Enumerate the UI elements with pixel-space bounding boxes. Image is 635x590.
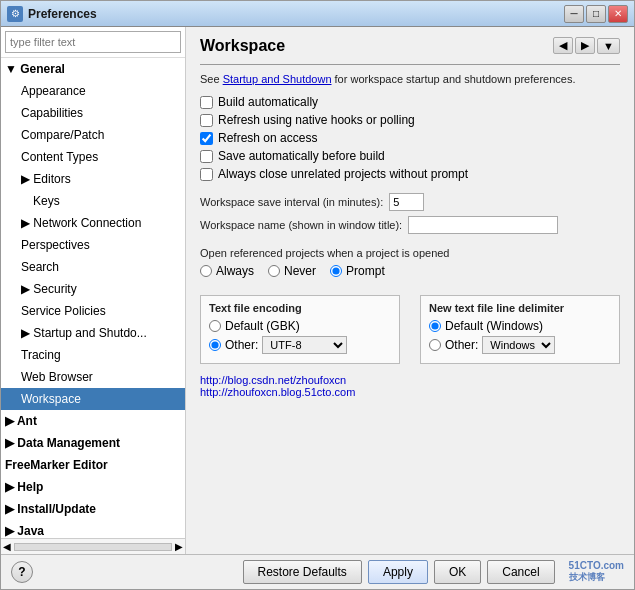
tree-item-search[interactable]: Search bbox=[1, 256, 185, 278]
watermark: 51CTO.com技术博客 bbox=[569, 560, 624, 584]
radio-default-gbk-input[interactable] bbox=[209, 320, 221, 332]
checkbox-build-auto-input[interactable] bbox=[200, 96, 213, 109]
encoding-title: Text file encoding bbox=[209, 302, 391, 314]
encoding-dropdown[interactable]: UTF-8 UTF-16 ISO-8859-1 bbox=[262, 336, 347, 354]
tree-item-capabilities[interactable]: Capabilities bbox=[1, 102, 185, 124]
checkbox-refresh-native-input[interactable] bbox=[200, 114, 213, 127]
nav-bar: ◀ ▶ ▼ bbox=[553, 37, 620, 54]
tree-item-freemarker-editor[interactable]: FreeMarker Editor bbox=[1, 454, 185, 476]
scroll-right-btn[interactable]: ▶ bbox=[175, 541, 183, 552]
bottom-bar: ? Restore Defaults Apply OK Cancel 51CTO… bbox=[1, 554, 634, 589]
content-area: ▼ General Appearance Capabilities Compar… bbox=[1, 27, 634, 554]
checkbox-save-auto: Save automatically before build bbox=[200, 149, 620, 163]
radio-prompt-input[interactable] bbox=[330, 265, 342, 277]
checkbox-close-unrelated-input[interactable] bbox=[200, 168, 213, 181]
title-buttons: ─ □ ✕ bbox=[564, 5, 628, 23]
save-interval-input[interactable] bbox=[389, 193, 424, 211]
radio-always-input[interactable] bbox=[200, 265, 212, 277]
tree-item-security[interactable]: ▶ Security bbox=[1, 278, 185, 300]
checkbox-refresh-access: Refresh on access bbox=[200, 131, 620, 145]
filter-input[interactable] bbox=[5, 31, 181, 53]
section-title: Workspace bbox=[200, 37, 285, 55]
link-51cto[interactable]: http://zhoufoxcn.blog.51cto.com bbox=[200, 386, 620, 398]
arrow-right-icon: ▶ bbox=[21, 172, 30, 186]
tree-item-web-browser[interactable]: Web Browser bbox=[1, 366, 185, 388]
close-button[interactable]: ✕ bbox=[608, 5, 628, 23]
bottom-left: ? bbox=[11, 561, 33, 583]
ok-button[interactable]: OK bbox=[434, 560, 481, 584]
radio-default-windows-input[interactable] bbox=[429, 320, 441, 332]
workspace-name-input[interactable] bbox=[408, 216, 558, 234]
cancel-button[interactable]: Cancel bbox=[487, 560, 554, 584]
radio-always-label: Always bbox=[216, 264, 254, 278]
workspace-name-label: Workspace name (shown in window title): bbox=[200, 219, 402, 231]
radio-other-delim: Other: Windows Unix Mac bbox=[429, 336, 611, 354]
tree-item-java[interactable]: ▶ Java bbox=[1, 520, 185, 538]
radio-prompt: Prompt bbox=[330, 264, 385, 278]
tree-item-help[interactable]: ▶ Help bbox=[1, 476, 185, 498]
checkbox-build-auto-label: Build automatically bbox=[218, 95, 318, 109]
tree-item-network-connection[interactable]: ▶ Network Connection bbox=[1, 212, 161, 234]
title-bar: ⚙ Preferences ─ □ ✕ bbox=[1, 1, 634, 27]
nav-dropdown-button[interactable]: ▼ bbox=[597, 38, 620, 54]
checkbox-refresh-native-label: Refresh using native hooks or polling bbox=[218, 113, 415, 127]
checkbox-build-auto: Build automatically bbox=[200, 95, 620, 109]
tree-item-editors[interactable]: ▶ Editors bbox=[1, 168, 185, 190]
save-interval-label: Workspace save interval (in minutes): bbox=[200, 196, 383, 208]
checkbox-close-unrelated-label: Always close unrelated projects without … bbox=[218, 167, 468, 181]
tree-item-tracing[interactable]: Tracing bbox=[1, 344, 185, 366]
tree-item-install-update[interactable]: ▶ Install/Update bbox=[1, 498, 185, 520]
maximize-button[interactable]: □ bbox=[586, 5, 606, 23]
checkbox-refresh-native: Refresh using native hooks or polling bbox=[200, 113, 620, 127]
nav-back-button[interactable]: ◀ bbox=[553, 37, 573, 54]
links-section: http://blog.csdn.net/zhoufoxcn http://zh… bbox=[200, 374, 620, 398]
scroll-left-btn[interactable]: ◀ bbox=[3, 541, 11, 552]
tree-scrollbar[interactable]: ◀ ▶ bbox=[1, 538, 185, 554]
window-title: Preferences bbox=[28, 7, 564, 21]
restore-defaults-button[interactable]: Restore Defaults bbox=[243, 560, 362, 584]
link-csdn[interactable]: http://blog.csdn.net/zhoufoxcn bbox=[200, 374, 620, 386]
radio-other-utf8-input[interactable] bbox=[209, 339, 221, 351]
tree-item-ant[interactable]: ▶ Ant bbox=[1, 410, 185, 432]
tree-item-workspace[interactable]: Workspace bbox=[1, 388, 185, 410]
minimize-button[interactable]: ─ bbox=[564, 5, 584, 23]
tree-item-keys[interactable]: Keys bbox=[1, 190, 185, 212]
tree-item-content-types[interactable]: Content Types bbox=[1, 146, 185, 168]
arrow-right-icon6: ▶ bbox=[5, 436, 14, 450]
arrow-right-icon5: ▶ bbox=[5, 414, 14, 428]
tree-item-perspectives[interactable]: Perspectives bbox=[1, 234, 185, 256]
other-delim-label: Other: bbox=[445, 338, 478, 352]
line-delimiter-title: New text file line delimiter bbox=[429, 302, 611, 314]
checkbox-close-unrelated: Always close unrelated projects without … bbox=[200, 167, 620, 181]
right-panel: Workspace ◀ ▶ ▼ See Startup and Shutdown… bbox=[186, 27, 634, 554]
radio-prompt-label: Prompt bbox=[346, 264, 385, 278]
tree-item-appearance[interactable]: Appearance bbox=[1, 80, 185, 102]
radio-never-input[interactable] bbox=[268, 265, 280, 277]
delimiter-dropdown[interactable]: Windows Unix Mac bbox=[482, 336, 555, 354]
bottom-right: Restore Defaults Apply OK Cancel 51CTO.c… bbox=[243, 560, 625, 584]
two-col-section: Text file encoding Default (GBK) Other: … bbox=[200, 295, 620, 364]
checkbox-save-auto-label: Save automatically before build bbox=[218, 149, 385, 163]
save-interval-row: Workspace save interval (in minutes): bbox=[200, 193, 620, 211]
radio-other-delim-input[interactable] bbox=[429, 339, 441, 351]
tree-item-compare-patch[interactable]: Compare/Patch bbox=[1, 124, 185, 146]
radio-default-gbk-label: Default (GBK) bbox=[225, 319, 300, 333]
tree-item-data-management[interactable]: ▶ Data Management bbox=[1, 432, 185, 454]
checkbox-refresh-access-input[interactable] bbox=[200, 132, 213, 145]
encoding-box: Text file encoding Default (GBK) Other: … bbox=[200, 295, 400, 364]
arrow-right-icon7: ▶ bbox=[5, 480, 14, 494]
checkbox-save-auto-input[interactable] bbox=[200, 150, 213, 163]
startup-shutdown-link[interactable]: Startup and Shutdown bbox=[223, 73, 332, 85]
checkbox-refresh-access-label: Refresh on access bbox=[218, 131, 317, 145]
nav-forward-button[interactable]: ▶ bbox=[575, 37, 595, 54]
apply-button[interactable]: Apply bbox=[368, 560, 428, 584]
help-button[interactable]: ? bbox=[11, 561, 33, 583]
left-panel: ▼ General Appearance Capabilities Compar… bbox=[1, 27, 186, 554]
tree-item-startup-shutdown[interactable]: ▶ Startup and Shutdo... bbox=[1, 322, 161, 344]
description: See Startup and Shutdown for workspace s… bbox=[200, 73, 620, 85]
tree-area: ▼ General Appearance Capabilities Compar… bbox=[1, 58, 185, 538]
radio-never-label: Never bbox=[284, 264, 316, 278]
arrow-down-icon: ▼ bbox=[5, 62, 17, 76]
tree-item-service-policies[interactable]: Service Policies bbox=[1, 300, 185, 322]
tree-item-general[interactable]: ▼ General bbox=[1, 58, 185, 80]
